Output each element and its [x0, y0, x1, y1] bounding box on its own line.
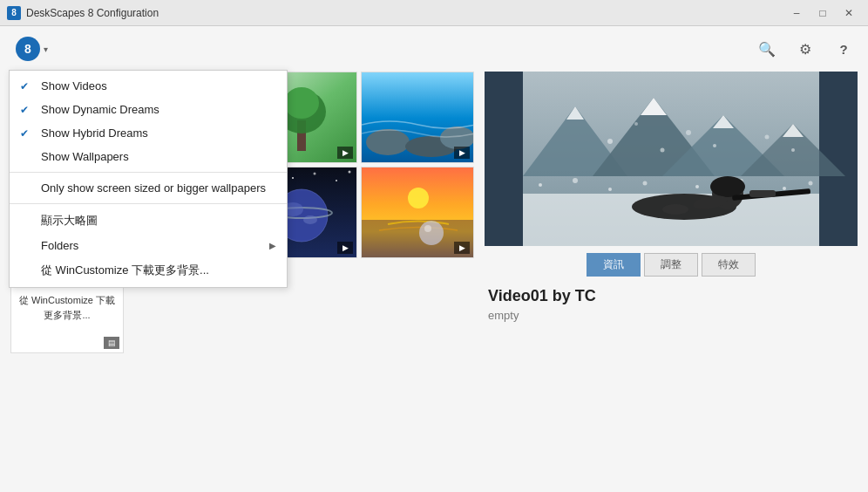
- menu-label-folders: Folders: [41, 239, 269, 252]
- settings-icon: ⚙: [799, 41, 811, 58]
- check-hybrid-dreams-icon: ✔: [20, 127, 34, 140]
- search-button[interactable]: 🔍: [753, 35, 781, 63]
- video-badge-icon-8: ▶: [459, 243, 465, 252]
- svg-rect-83: [749, 190, 776, 197]
- svg-point-78: [809, 181, 813, 186]
- menu-item-show-dynamic-dreams[interactable]: ✔ Show Dynamic Dreams: [10, 98, 287, 121]
- dropdown-arrow-icon: ▾: [44, 44, 48, 54]
- thumb-4-badge: ▶: [454, 147, 470, 159]
- menu-label-show-videos: Show Videos: [41, 79, 276, 92]
- app-icon: 8: [7, 6, 21, 20]
- minimize-button[interactable]: –: [784, 3, 809, 23]
- filter-dropdown-menu: ✔ Show Videos ✔ Show Dynamic Dreams ✔ Sh…: [9, 70, 288, 288]
- svg-point-22: [366, 129, 410, 155]
- svg-point-50: [349, 171, 351, 174]
- svg-point-55: [303, 215, 317, 224]
- thumb-dl-badge: ▤: [104, 337, 119, 349]
- svg-point-48: [314, 173, 316, 175]
- thumb-8-badge: ▶: [454, 242, 470, 254]
- menu-item-download[interactable]: 從 WinCustomize 下載更多背景...: [10, 257, 287, 284]
- svg-point-20: [284, 87, 319, 119]
- menu-item-folders[interactable]: Folders ▶: [10, 234, 287, 257]
- menu-label-thumbnails: 顯示大略圖: [41, 213, 276, 229]
- svg-point-49: [336, 180, 337, 181]
- svg-point-59: [419, 221, 444, 245]
- svg-point-89: [686, 130, 691, 135]
- svg-point-74: [643, 181, 648, 186]
- search-icon: 🔍: [758, 41, 776, 58]
- folders-arrow-icon: ▶: [269, 241, 276, 250]
- video-badge-icon-3: ▶: [342, 148, 349, 157]
- svg-point-77: [783, 187, 786, 190]
- preview-title: Video01 by TC: [488, 287, 854, 305]
- toolbar: 8 ▾ ✔ Show Videos ✔ Show Dynamic Dreams …: [0, 26, 868, 72]
- help-icon: ?: [839, 42, 847, 57]
- svg-point-92: [791, 148, 795, 152]
- dropdown-icon: 8: [16, 37, 40, 61]
- toolbar-right: 🔍 ⚙ ?: [753, 35, 858, 63]
- svg-point-87: [634, 122, 638, 126]
- title-bar: 8 DeskScapes 8 Configuration – □ ✕: [0, 0, 868, 26]
- film-badge-icon: ▤: [108, 338, 116, 347]
- preview-subtitle: empty: [488, 309, 854, 322]
- separator-2: [10, 203, 287, 204]
- thumb-4[interactable]: ▶: [361, 72, 474, 163]
- thumb-3-badge: ▶: [337, 147, 353, 159]
- menu-label-show-wallpapers: Show Wallpapers: [41, 150, 276, 163]
- svg-point-84: [662, 204, 688, 215]
- tab-adjust[interactable]: 調整: [644, 253, 698, 277]
- svg-point-91: [765, 135, 770, 140]
- thumb-8[interactable]: ▶: [361, 167, 474, 258]
- help-button[interactable]: ?: [830, 35, 858, 63]
- menu-label-show-hybrid-dreams: Show Hybrid Dreams: [41, 126, 276, 140]
- svg-point-90: [713, 144, 716, 147]
- close-button[interactable]: ✕: [837, 3, 861, 23]
- download-thumb-text: 從 WinCustomize 下載更多背景...: [19, 293, 115, 322]
- menu-item-show-hybrid-dreams[interactable]: ✔ Show Hybrid Dreams: [10, 121, 287, 145]
- preview-panel: 資訊 調整 特效 Video01 by TC empty: [485, 72, 858, 482]
- video-badge-icon-7: ▶: [342, 243, 349, 252]
- preview-tabs: 資訊 調整 特效: [485, 253, 858, 277]
- video-badge-icon-4: ▶: [459, 148, 465, 157]
- svg-point-86: [607, 139, 613, 144]
- preview-info: Video01 by TC empty: [485, 287, 858, 322]
- check-show-videos-icon: ✔: [20, 80, 34, 92]
- svg-point-81: [710, 176, 745, 197]
- tab-effects[interactable]: 特效: [702, 253, 756, 277]
- main-area: 8 ▾ ✔ Show Videos ✔ Show Dynamic Dreams …: [0, 26, 868, 492]
- menu-label-show-dynamic-dreams: Show Dynamic Dreams: [41, 103, 276, 116]
- svg-point-72: [573, 178, 578, 183]
- svg-point-75: [695, 185, 699, 188]
- menu-label-only-screen-sized: Only show screen sized or bigger wallpap…: [41, 181, 276, 195]
- settings-button[interactable]: ⚙: [791, 35, 819, 63]
- svg-point-60: [424, 225, 431, 232]
- svg-point-47: [292, 177, 294, 179]
- menu-item-show-videos[interactable]: ✔ Show Videos: [10, 74, 287, 98]
- menu-label-download: 從 WinCustomize 下載更多背景...: [41, 263, 276, 278]
- svg-point-57: [408, 188, 429, 208]
- tab-info[interactable]: 資訊: [587, 253, 641, 277]
- filter-dropdown-button[interactable]: 8 ▾: [10, 33, 53, 65]
- separator-1: [10, 172, 287, 173]
- title-bar-controls: – □ ✕: [784, 3, 861, 23]
- svg-point-88: [661, 148, 665, 153]
- svg-point-71: [539, 183, 542, 187]
- maximize-button[interactable]: □: [810, 3, 835, 23]
- menu-item-only-screen-sized[interactable]: Only show screen sized or bigger wallpap…: [10, 176, 287, 200]
- menu-item-show-wallpapers[interactable]: Show Wallpapers: [10, 145, 287, 168]
- svg-point-73: [608, 188, 612, 191]
- thumb-7-badge: ▶: [337, 242, 353, 254]
- title-bar-text: DeskScapes 8 Configuration: [26, 7, 784, 19]
- preview-image: [485, 72, 858, 246]
- menu-item-thumbnails[interactable]: 顯示大略圖: [10, 208, 287, 234]
- check-dynamic-dreams-icon: ✔: [20, 104, 34, 116]
